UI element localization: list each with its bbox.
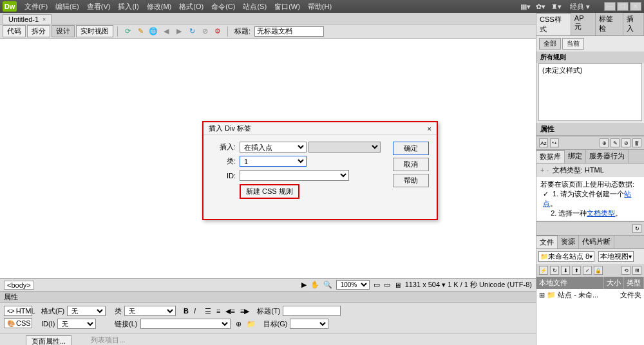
extend-icon[interactable]: ✿▾	[535, 2, 547, 11]
page-properties-button[interactable]: 页面属性...	[26, 335, 71, 345]
tag-selector[interactable]: <body>	[4, 281, 34, 290]
new-css-rule-button[interactable]: 新建 CSS 规则	[240, 184, 299, 199]
document-tab[interactable]: Untitled-1 ×	[3, 14, 52, 24]
options-icon[interactable]: ⚙	[213, 26, 223, 37]
close-tab-icon[interactable]: ×	[43, 16, 46, 23]
maximize-button[interactable]: ❐	[617, 2, 629, 11]
nav-back-icon[interactable]: ◀	[161, 26, 171, 37]
minimize-button[interactable]: —	[604, 2, 616, 11]
sync-icon[interactable]: ⟲	[621, 266, 630, 275]
menu-command[interactable]: 命令(C)	[207, 2, 239, 12]
menu-view[interactable]: 查看(V)	[83, 2, 115, 12]
delete-rule-icon[interactable]: 🗑	[632, 138, 641, 147]
view-split-button[interactable]: 拆分	[27, 25, 50, 37]
tab-snippets[interactable]: 代码片断	[579, 236, 614, 248]
menu-format[interactable]: 格式(O)	[175, 2, 207, 12]
put-icon[interactable]: ⬆	[572, 266, 581, 275]
format-select[interactable]: 无	[67, 306, 106, 316]
show-category-icon[interactable]: Az	[539, 138, 548, 147]
view-select[interactable]: 本地视图 ▾	[598, 251, 634, 262]
properties-html-tab[interactable]: <> HTML	[4, 306, 32, 316]
live-code-icon[interactable]: ⟳	[122, 26, 133, 37]
refresh-icon[interactable]: ↻	[187, 26, 197, 37]
ul-button[interactable]: ☰	[205, 307, 211, 315]
tab-bindings[interactable]: 绑定	[565, 150, 586, 163]
screen2-icon[interactable]: ▭	[384, 281, 390, 289]
screen-icon[interactable]: ▭	[374, 281, 380, 289]
title-input[interactable]	[283, 306, 341, 316]
browse-folder-icon[interactable]: 📁	[247, 320, 256, 328]
help-button[interactable]: 帮助	[393, 174, 429, 187]
checkout-icon[interactable]: ✓	[583, 266, 592, 275]
monitor-icon[interactable]: 🖥	[394, 281, 401, 289]
zoom-select[interactable]: 100%	[336, 280, 370, 290]
inspect-icon[interactable]: ✎	[135, 26, 146, 37]
get-icon[interactable]: ⬇	[561, 266, 570, 275]
ok-button[interactable]: 确定	[393, 142, 429, 155]
globe-icon[interactable]: 🌐	[148, 26, 158, 37]
menu-site[interactable]: 站点(S)	[239, 2, 270, 12]
tab-files[interactable]: 文件	[536, 236, 558, 248]
properties-header[interactable]: 属性	[0, 292, 536, 303]
pointer-tool-icon[interactable]: ▶	[301, 281, 307, 289]
menu-insert[interactable]: 插入(I)	[114, 2, 142, 12]
list-items-button[interactable]: 列表项目...	[91, 335, 125, 345]
italic-button[interactable]: I	[194, 307, 196, 315]
view-code-button[interactable]: 代码	[3, 25, 26, 37]
checkin-icon[interactable]: 🔒	[594, 266, 603, 275]
doc-type-link[interactable]: 文档类型	[587, 209, 615, 217]
menu-window[interactable]: 窗口(W)	[270, 2, 304, 12]
connect-icon[interactable]: ⚡	[539, 266, 548, 275]
expand-icon[interactable]: ⊞	[632, 266, 641, 275]
tab-databases[interactable]: 数据库	[536, 150, 565, 163]
tab-server-behaviors[interactable]: 服务器行为	[586, 150, 629, 163]
db-refresh-icon[interactable]: ↻	[632, 224, 641, 233]
col-size[interactable]: 大小	[604, 277, 624, 289]
tab-assets[interactable]: 资源	[558, 236, 579, 248]
properties-css-tab[interactable]: 🎨 CSS	[4, 318, 32, 328]
tab-tag-inspector[interactable]: 标签检	[596, 13, 623, 35]
col-localfile[interactable]: 本地文件	[536, 277, 604, 289]
id-select[interactable]: 无	[57, 319, 96, 329]
cancel-button[interactable]: 取消	[393, 158, 429, 171]
tab-ap-elements[interactable]: AP 元	[571, 13, 596, 35]
class-select[interactable]: 1	[240, 156, 307, 167]
outdent-button[interactable]: ◀≡	[225, 307, 234, 315]
layout-icon[interactable]: ▦▾	[520, 2, 531, 11]
stop-icon[interactable]: ⊘	[200, 26, 210, 37]
attributes-heading[interactable]: 属性	[536, 123, 644, 136]
title-input[interactable]	[254, 26, 324, 37]
tab-css-styles[interactable]: CSS样式	[536, 13, 571, 35]
zoom-tool-icon[interactable]: 🔍	[323, 281, 332, 289]
class-select[interactable]: 无	[124, 306, 176, 316]
workspace-switcher[interactable]: 经典 ▾	[566, 2, 594, 12]
css-all-button[interactable]: 全部	[539, 38, 561, 50]
bold-button[interactable]: B	[184, 307, 189, 315]
files-tree[interactable]: ⊞ 📁 站点 - 未命... 文件夹	[536, 289, 644, 345]
edit-rule-icon[interactable]: ⊘	[621, 138, 630, 147]
insert-position-select[interactable]	[308, 142, 381, 153]
menu-edit[interactable]: 编辑(E)	[52, 2, 83, 12]
menu-modify[interactable]: 修改(M)	[143, 2, 176, 12]
indent-button[interactable]: ≡▶	[240, 307, 249, 315]
refresh-files-icon[interactable]: ↻	[550, 266, 559, 275]
attach-stylesheet-icon[interactable]: ⊕	[600, 138, 609, 147]
hand-tool-icon[interactable]: ✋	[310, 281, 319, 289]
dialog-close-icon[interactable]: ×	[428, 125, 431, 133]
insert-select[interactable]: 在插入点	[240, 142, 307, 153]
ol-button[interactable]: ≡	[216, 307, 220, 315]
view-design-button[interactable]: 设计	[52, 25, 75, 37]
close-button[interactable]: ✕	[630, 2, 641, 11]
link-select[interactable]	[140, 319, 231, 329]
point-to-file-icon[interactable]: ⊕	[236, 320, 242, 328]
tab-insert[interactable]: 插入	[623, 13, 644, 35]
target-select[interactable]	[290, 319, 328, 329]
menu-file[interactable]: 文件(F)	[21, 2, 52, 12]
id-select[interactable]	[240, 170, 349, 181]
new-rule-icon[interactable]: ✎	[611, 138, 620, 147]
col-type[interactable]: 类型	[624, 277, 644, 289]
view-live-button[interactable]: 实时视图	[76, 25, 113, 37]
nav-fwd-icon[interactable]: ▶	[174, 26, 184, 37]
site-select[interactable]: 📁 未命名站点 8 ▾	[538, 251, 594, 262]
show-list-icon[interactable]: *+	[550, 138, 559, 147]
